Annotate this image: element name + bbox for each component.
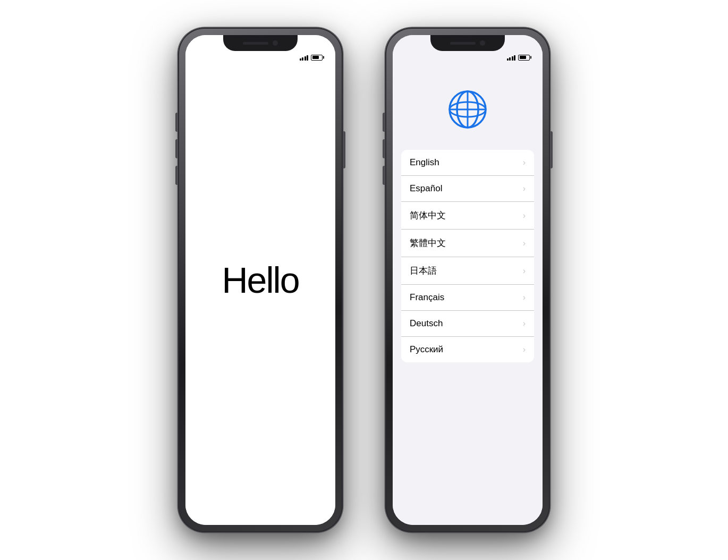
phone-hello-screen: Hello <box>185 35 335 525</box>
speaker-2 <box>450 42 476 45</box>
notch-2 <box>430 35 505 51</box>
language-label-espanol: Español <box>410 183 442 194</box>
chevron-english-icon: › <box>523 158 526 167</box>
chevron-german-icon: › <box>523 319 526 328</box>
battery-icon <box>311 55 323 61</box>
bar1b <box>507 58 509 61</box>
language-label-german: Deutsch <box>410 318 443 329</box>
language-item-espanol[interactable]: Español › <box>401 176 534 202</box>
language-item-simplified-chinese[interactable]: 简体中文 › <box>401 202 534 230</box>
bar4b <box>514 55 515 61</box>
language-item-russian[interactable]: Русский › <box>401 337 534 362</box>
chevron-simplified-chinese-icon: › <box>523 211 526 220</box>
language-item-french[interactable]: Français › <box>401 285 534 311</box>
language-label-simplified-chinese: 简体中文 <box>410 209 446 222</box>
chevron-traditional-chinese-icon: › <box>523 239 526 248</box>
status-icons <box>300 54 323 61</box>
language-label-french: Français <box>410 292 444 303</box>
globe-icon <box>446 88 489 131</box>
status-bar-2 <box>393 51 543 64</box>
phone-language: English › Español › 简体中文 › 繁體中文 › 日本語 <box>385 28 550 532</box>
language-screen: English › Español › 简体中文 › 繁體中文 › 日本語 <box>393 35 543 525</box>
bar2b <box>509 57 511 61</box>
language-label-japanese: 日本語 <box>410 265 437 277</box>
language-list: English › Español › 简体中文 › 繁體中文 › 日本語 <box>401 150 534 362</box>
chevron-russian-icon: › <box>523 345 526 354</box>
language-label-russian: Русский <box>410 344 443 355</box>
language-label-traditional-chinese: 繁體中文 <box>410 237 446 249</box>
signal-bars-icon <box>300 54 309 61</box>
battery-fill <box>312 56 319 59</box>
chevron-japanese-icon: › <box>523 266 526 276</box>
camera-2 <box>480 40 485 46</box>
notch <box>223 35 298 51</box>
chevron-french-icon: › <box>523 293 526 302</box>
hello-screen: Hello <box>185 35 335 525</box>
language-label-english: English <box>410 157 439 168</box>
bar4 <box>307 55 308 61</box>
phone-hello: Hello <box>178 28 343 532</box>
bar3 <box>304 56 306 61</box>
language-item-traditional-chinese[interactable]: 繁體中文 › <box>401 230 534 257</box>
bar3b <box>512 56 513 61</box>
bar2 <box>302 57 303 61</box>
language-item-english[interactable]: English › <box>401 150 534 176</box>
status-icons-2 <box>507 54 530 61</box>
bar1 <box>300 58 301 61</box>
camera <box>273 40 278 46</box>
speaker <box>243 42 268 45</box>
language-item-german[interactable]: Deutsch › <box>401 311 534 337</box>
hello-text: Hello <box>222 259 299 301</box>
language-item-japanese[interactable]: 日本語 › <box>401 257 534 285</box>
battery-icon-2 <box>518 55 530 61</box>
status-bar <box>185 51 335 64</box>
signal-bars-icon-2 <box>507 54 516 61</box>
battery-fill-2 <box>520 56 527 59</box>
chevron-espanol-icon: › <box>523 184 526 193</box>
phone-language-screen: English › Español › 简体中文 › 繁體中文 › 日本語 <box>393 35 543 525</box>
